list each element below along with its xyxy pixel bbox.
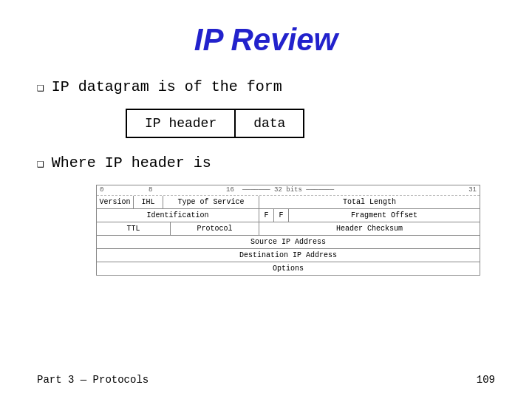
cell-ttl: TTL xyxy=(97,222,171,235)
cell-flag2: F xyxy=(274,209,289,222)
bullet-text-1: IP datagram is of the form xyxy=(52,78,282,95)
bullet-item-2: ❑ Where IP header is xyxy=(37,154,495,171)
slide-title: IP Review xyxy=(37,22,495,58)
footer-right: 109 xyxy=(477,374,495,386)
cell-options: Options xyxy=(97,262,480,275)
cell-ihl: IHL xyxy=(134,196,163,208)
bit-0: 0 xyxy=(100,186,103,194)
cell-source-ip: Source IP Address xyxy=(97,236,480,249)
cell-version: Version xyxy=(97,196,134,208)
cell-protocol: Protocol xyxy=(171,222,259,235)
bullet-marker-2: ❑ xyxy=(37,156,44,171)
bullet-text-2: Where IP header is xyxy=(52,154,211,171)
bit-8: 8 xyxy=(149,186,152,194)
bullet-marker-1: ❑ xyxy=(37,80,44,95)
cell-tos: Type of Service xyxy=(163,196,259,208)
ip-header-box: IP header xyxy=(126,109,236,138)
footer-left: Part 3 — Protocols xyxy=(37,374,149,386)
slide: IP Review ❑ IP datagram is of the form I… xyxy=(0,0,532,399)
cell-total-length: Total Length xyxy=(259,196,480,208)
ip-header-table: 0 8 16 31 ——————— 32 bits ——————— Versio… xyxy=(96,185,480,276)
bullet-item-1: ❑ IP datagram is of the form xyxy=(37,78,495,95)
cell-flag1: F xyxy=(259,209,274,222)
data-label: data xyxy=(253,116,285,131)
header-row-3: TTL Protocol Header Checksum xyxy=(97,222,480,236)
datagram-diagram: IP header data xyxy=(126,109,495,138)
bits-row: 0 8 16 31 ——————— 32 bits ——————— xyxy=(97,185,480,196)
bit-31: 31 xyxy=(468,186,477,194)
data-box: data xyxy=(236,109,304,138)
footer: Part 3 — Protocols 109 xyxy=(37,374,495,386)
bit-16: 16 xyxy=(226,186,234,194)
cell-dest-ip: Destination IP Address xyxy=(97,249,480,262)
cell-fragment-offset: Fragment Offset xyxy=(289,209,480,222)
ip-header-label: IP header xyxy=(145,116,216,131)
header-row-1: Version IHL Type of Service Total Length xyxy=(97,196,480,209)
bits-label: ——————— 32 bits ——————— xyxy=(242,186,334,194)
cell-header-checksum: Header Checksum xyxy=(259,222,480,235)
header-row-2: Identification F F Fragment Offset xyxy=(97,209,480,222)
cell-identification: Identification xyxy=(97,209,259,222)
